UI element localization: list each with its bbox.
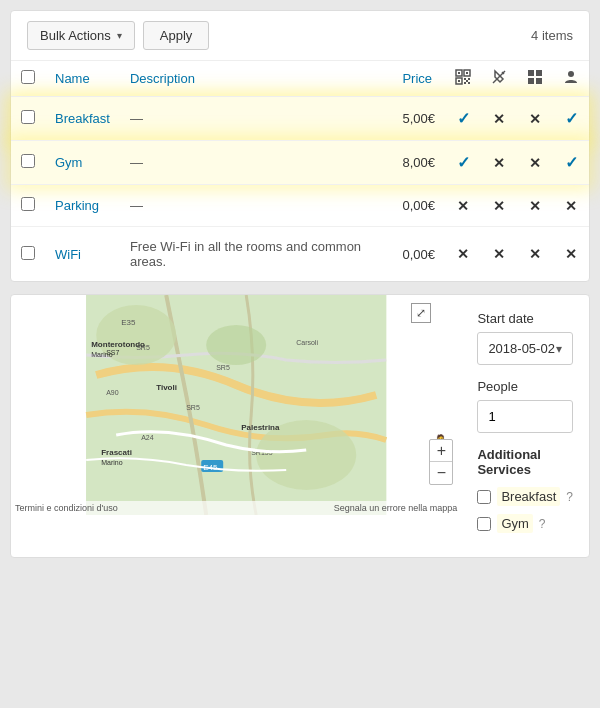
row-col3: ✕	[517, 97, 553, 141]
svg-rect-11	[528, 70, 534, 76]
row-col3: ✕	[517, 185, 553, 227]
map-zoom-out-button[interactable]: −	[430, 462, 452, 484]
check-icon: ✓	[565, 154, 578, 171]
start-date-select[interactable]: 2018-05-02 ▾	[477, 332, 573, 365]
row-col1: ✓	[445, 97, 481, 141]
additional-services-title: Additional Services	[477, 447, 573, 477]
help-icon[interactable]: ?	[566, 490, 573, 504]
row-price: 0,00€	[392, 185, 445, 227]
row-checkbox[interactable]	[21, 110, 35, 124]
row-name[interactable]: Breakfast	[45, 97, 120, 141]
svg-rect-1	[458, 72, 460, 74]
col1-header	[445, 61, 481, 97]
select-all-header	[11, 61, 45, 97]
table-row: Parking — 0,00€ ✕ ✕ ✕ ✕	[11, 185, 589, 227]
row-col1: ✓	[445, 141, 481, 185]
toolbar: Bulk Actions ▾ Apply 4 items	[11, 11, 589, 61]
start-date-value: 2018-05-02	[488, 341, 555, 356]
row-description: Free Wi-Fi in all the rooms and common a…	[120, 227, 393, 282]
cross-icon: ✕	[493, 155, 505, 171]
check-icon: ✓	[565, 110, 578, 127]
check-icon: ✓	[457, 110, 470, 127]
row-checkbox-cell	[11, 227, 45, 282]
services-table: Name Description Price	[11, 61, 589, 281]
row-col2: ✕	[481, 141, 517, 185]
col2-header	[481, 61, 517, 97]
cross-icon: ✕	[457, 246, 469, 262]
row-description: —	[120, 97, 393, 141]
svg-text:A90: A90	[106, 389, 119, 396]
col4-header	[553, 61, 589, 97]
svg-rect-5	[458, 80, 460, 82]
start-date-label: Start date	[477, 311, 573, 326]
service-checkbox[interactable]	[477, 517, 491, 531]
map-container: E35 SR5 SR5 A24 A90 SR5 SR155 SS7 Monter…	[11, 295, 461, 515]
bulk-actions-button[interactable]: Bulk Actions ▾	[27, 21, 135, 50]
table-row: WiFi Free Wi-Fi in all the rooms and com…	[11, 227, 589, 282]
table-header-row: Name Description Price	[11, 61, 589, 97]
row-name[interactable]: Gym	[45, 141, 120, 185]
svg-rect-8	[466, 80, 468, 82]
row-name[interactable]: WiFi	[45, 227, 120, 282]
service-item: Gym ?	[477, 514, 573, 533]
map-expand-icon[interactable]: ⤢	[411, 303, 431, 323]
row-description: —	[120, 185, 393, 227]
service-item: Breakfast ?	[477, 487, 573, 506]
select-all-checkbox[interactable]	[21, 70, 35, 84]
bulk-actions-label: Bulk Actions	[40, 28, 111, 43]
svg-text:Palestrina: Palestrina	[241, 423, 280, 432]
svg-rect-14	[536, 78, 542, 84]
svg-rect-9	[464, 82, 466, 84]
svg-text:Marino: Marino	[101, 459, 123, 466]
row-description: —	[120, 141, 393, 185]
svg-rect-3	[466, 72, 468, 74]
booking-form: Start date 2018-05-02 ▾ People Additiona…	[461, 295, 589, 557]
table-row: Gym — 8,00€ ✓ ✕ ✕ ✓	[11, 141, 589, 185]
svg-text:Frascati: Frascati	[101, 448, 132, 457]
services-table-panel: Bulk Actions ▾ Apply 4 items Name Descri…	[10, 10, 590, 282]
svg-text:Marino: Marino	[91, 351, 113, 358]
row-checkbox[interactable]	[21, 246, 35, 260]
service-checkbox[interactable]	[477, 490, 491, 504]
row-checkbox[interactable]	[21, 197, 35, 211]
row-checkbox-cell	[11, 185, 45, 227]
item-count: 4 items	[531, 28, 573, 43]
row-col2: ✕	[481, 227, 517, 282]
service-label: Gym	[497, 514, 532, 533]
row-col4: ✕	[553, 185, 589, 227]
row-col4: ✓	[553, 97, 589, 141]
row-checkbox-cell	[11, 97, 45, 141]
svg-text:SR5: SR5	[186, 404, 200, 411]
svg-text:E35: E35	[121, 318, 136, 327]
row-col2: ✕	[481, 185, 517, 227]
apply-button[interactable]: Apply	[143, 21, 210, 50]
booking-section: E35 SR5 SR5 A24 A90 SR5 SR155 SS7 Monter…	[10, 294, 590, 558]
row-name[interactable]: Parking	[45, 185, 120, 227]
row-col4: ✕	[553, 227, 589, 282]
row-price: 0,00€	[392, 227, 445, 282]
row-checkbox-cell	[11, 141, 45, 185]
cross-icon: ✕	[529, 198, 541, 214]
svg-text:Tivoli: Tivoli	[156, 383, 177, 392]
row-checkbox[interactable]	[21, 154, 35, 168]
people-input[interactable]	[477, 400, 573, 433]
cross-icon: ✕	[457, 198, 469, 214]
row-col2: ✕	[481, 97, 517, 141]
attribution-terms: Termini e condizioni d'uso	[15, 503, 118, 513]
map-attribution: Termini e condizioni d'uso Segnala un er…	[11, 501, 461, 515]
service-label: Breakfast	[497, 487, 560, 506]
cross-icon: ✕	[493, 246, 505, 262]
cross-icon: ✕	[565, 246, 577, 262]
chevron-down-icon: ▾	[556, 342, 562, 356]
svg-point-20	[206, 325, 266, 365]
svg-text:Carsoli: Carsoli	[296, 339, 318, 346]
services-list: Breakfast ? Gym ?	[477, 487, 573, 533]
row-col4: ✓	[553, 141, 589, 185]
cross-icon: ✕	[493, 111, 505, 127]
map-zoom-in-button[interactable]: +	[430, 440, 452, 462]
svg-rect-12	[536, 70, 542, 76]
svg-rect-10	[468, 82, 470, 84]
row-col3: ✕	[517, 141, 553, 185]
help-icon[interactable]: ?	[539, 517, 546, 531]
dropdown-arrow-icon: ▾	[117, 30, 122, 41]
